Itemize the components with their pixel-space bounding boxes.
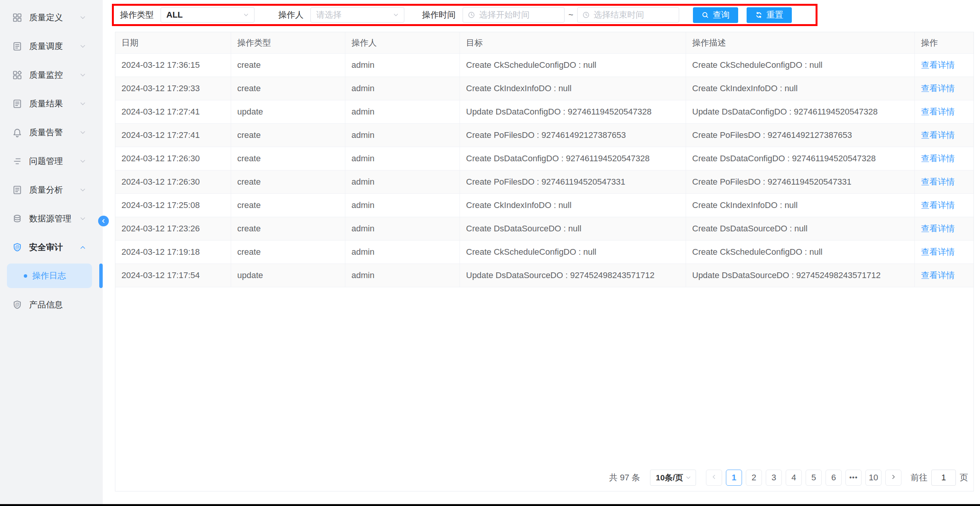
operation-type-value: ALL [166, 10, 183, 20]
cell-target: Update DsDataSourceDO : 9274524982435717… [460, 264, 686, 287]
cell-description: Create DsDataConfigDO : 9274611945205473… [686, 147, 915, 170]
cell-date: 2024-03-12 17:25:08 [115, 194, 231, 217]
cell-action: 查看详情 [915, 147, 973, 170]
page-number-button[interactable]: 10 [865, 470, 882, 486]
cell-action: 查看详情 [915, 194, 973, 217]
cell-date: 2024-03-12 17:27:41 [115, 124, 231, 147]
table-header: 日期操作类型操作人目标操作描述操作 [115, 32, 973, 54]
chevron-down-icon [79, 129, 87, 136]
cell-operator: admin [345, 194, 460, 217]
cell-action: 查看详情 [915, 77, 973, 100]
pages-more-button[interactable]: ••• [845, 470, 862, 486]
operation-type-select[interactable]: ALL [161, 7, 254, 23]
reset-button-label: 重置 [767, 9, 783, 21]
list-icon [12, 156, 22, 166]
view-details-link[interactable]: 查看详情 [921, 270, 955, 281]
cell-target: Create DsDataSourceDO : null [460, 217, 686, 241]
bottom-strip [0, 504, 980, 506]
view-details-link[interactable]: 查看详情 [921, 106, 955, 118]
table-row: 2024-03-12 17:27:41createadminCreate PoF… [115, 124, 973, 147]
sidebar-item-label: 质量定义 [29, 12, 63, 23]
chevron-down-icon [79, 186, 87, 194]
cell-action: 查看详情 [915, 54, 973, 77]
chevron-down-icon [79, 14, 87, 21]
chevron-down-icon [392, 11, 399, 18]
chevron-left-icon [100, 218, 107, 224]
main-content: 操作类型 ALL 操作人 请选择 操作时间 选择开始时间 [103, 0, 980, 504]
table-row: 2024-03-12 17:36:15createadminCreate CkS… [115, 54, 973, 77]
chevron-right-icon [890, 473, 897, 483]
cell-target: Update DsDataConfigDO : 9274611945205473… [460, 100, 686, 124]
search-button-label: 查询 [713, 9, 730, 21]
sidebar-item-label: 质量告警 [29, 127, 63, 138]
refresh-icon [755, 11, 763, 19]
sidebar-item[interactable]: 问题管理 [0, 147, 103, 175]
sidebar-item[interactable]: 质量结果 [0, 89, 103, 118]
table-row: 2024-03-12 17:26:30createadminCreate PoF… [115, 170, 973, 194]
search-button[interactable]: 查询 [693, 7, 738, 23]
view-details-link[interactable]: 查看详情 [921, 246, 955, 258]
page-number-button[interactable]: 3 [766, 470, 782, 486]
view-details-link[interactable]: 查看详情 [921, 223, 955, 234]
operator-select[interactable]: 请选择 [310, 7, 404, 23]
chevron-down-icon [243, 11, 250, 18]
cell-type: update [231, 100, 345, 124]
page-number-button[interactable]: 2 [746, 470, 762, 486]
sidebar-subitem[interactable]: 操作日志 [7, 264, 92, 288]
reset-button[interactable]: 重置 [747, 7, 792, 23]
time-range-separator: ~ [568, 10, 573, 20]
view-details-link[interactable]: 查看详情 [921, 83, 955, 94]
cell-target: Create PoFilesDO : 927461492127387653 [460, 124, 686, 147]
cell-description: Update DsDataConfigDO : 9274611945205473… [686, 100, 915, 124]
sidebar-item[interactable]: @产品信息 [0, 290, 103, 319]
sidebar-item[interactable]: 质量定义 [0, 3, 103, 32]
table-body: 2024-03-12 17:36:15createadminCreate CkS… [115, 54, 973, 287]
cell-type: create [231, 77, 345, 100]
total-count-label: 共 97 条 [609, 472, 640, 483]
start-time-input[interactable]: 选择开始时间 [463, 7, 565, 23]
chevron-down-icon [79, 71, 87, 79]
cell-description: Create CkIndexInfoDO : null [686, 77, 915, 100]
page-number-button[interactable]: 6 [826, 470, 842, 486]
database-icon [12, 214, 22, 224]
next-page-button[interactable] [885, 470, 901, 486]
page-number-button[interactable]: 1 [726, 470, 742, 486]
pagination: 共 97 条10条/页123456•••10前往页 [115, 470, 973, 491]
cell-description: Create CkScheduleConfigDO : null [686, 54, 915, 77]
sidebar-item[interactable]: 质量分析 [0, 175, 103, 204]
page-number-button[interactable]: 5 [806, 470, 822, 486]
cell-type: create [231, 217, 345, 241]
column-header: 操作描述 [686, 32, 915, 54]
table-row: 2024-03-12 17:29:33createadminCreate CkI… [115, 77, 973, 100]
prev-page-button[interactable] [706, 470, 722, 486]
column-header: 目标 [460, 32, 686, 54]
end-time-placeholder: 选择结束时间 [594, 9, 644, 21]
shield-at-icon: @ [12, 242, 22, 252]
end-time-input[interactable]: 选择结束时间 [577, 7, 679, 23]
cell-action: 查看详情 [915, 124, 973, 147]
view-details-link[interactable]: 查看详情 [921, 200, 955, 211]
sidebar-item-label: 质量监控 [29, 69, 63, 81]
start-time-placeholder: 选择开始时间 [479, 9, 530, 21]
sidebar-item[interactable]: 数据源管理 [0, 204, 103, 233]
bell-icon [12, 128, 22, 138]
chevron-down-icon [79, 100, 87, 108]
view-details-link[interactable]: 查看详情 [921, 153, 955, 164]
view-details-link[interactable]: 查看详情 [921, 59, 955, 71]
chevron-down-icon [79, 43, 87, 50]
search-icon [701, 11, 709, 19]
view-details-link[interactable]: 查看详情 [921, 176, 955, 188]
goto-page-input[interactable] [931, 470, 956, 486]
page-number-button[interactable]: 4 [786, 470, 802, 486]
document-icon [12, 185, 22, 195]
sidebar-item[interactable]: 质量调度 [0, 32, 103, 61]
cell-action: 查看详情 [915, 241, 973, 264]
sidebar-item[interactable]: @安全审计 [0, 233, 103, 262]
view-details-link[interactable]: 查看详情 [921, 129, 955, 141]
clock-icon [468, 11, 475, 19]
sidebar-item[interactable]: 质量监控 [0, 61, 103, 89]
page-size-select[interactable]: 10条/页 [650, 470, 696, 486]
sidebar-collapse-button[interactable] [98, 216, 109, 226]
sidebar-item[interactable]: 质量告警 [0, 118, 103, 147]
cell-type: create [231, 170, 345, 194]
